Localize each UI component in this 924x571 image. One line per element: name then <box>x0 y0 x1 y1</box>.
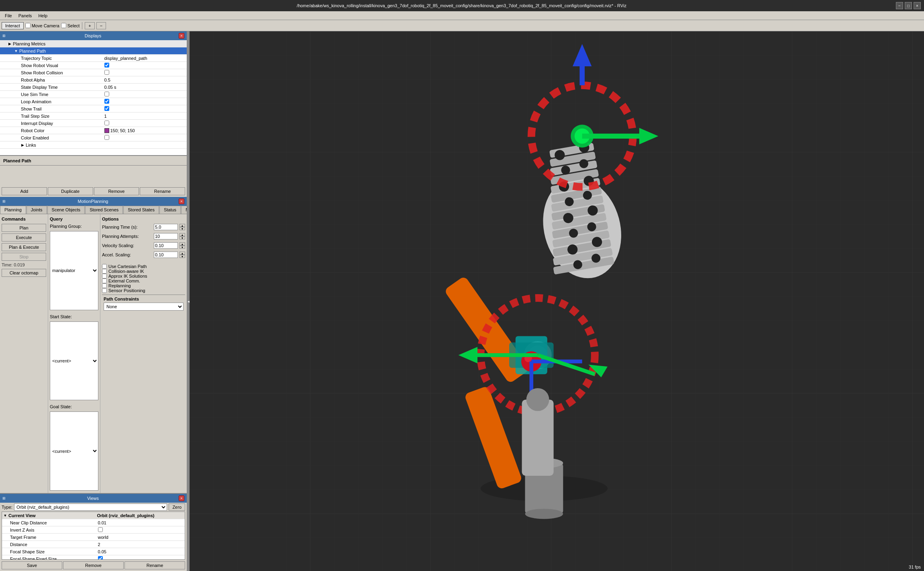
menu-help[interactable]: Help <box>35 12 51 19</box>
path-constraints-title: Path Constraints <box>104 297 184 301</box>
planning-attempts-down[interactable]: ▼ <box>179 236 185 239</box>
planning-time-up[interactable]: ▲ <box>179 224 185 227</box>
plan-execute-button[interactable]: Plan & Execute <box>2 243 46 251</box>
tab-stored-scenes[interactable]: Stored Scenes <box>85 206 123 214</box>
displays-section: ⊞ Displays × ▶ Planning Metrics ▼ Planne… <box>0 31 187 156</box>
menu-panels[interactable]: Panels <box>15 12 35 19</box>
views-rename-button[interactable]: Rename <box>124 561 185 569</box>
tab-status[interactable]: Status <box>159 206 181 214</box>
color-enabled-check[interactable] <box>104 135 109 140</box>
clear-octomap-button[interactable]: Clear octomap <box>2 269 46 277</box>
tab-joints[interactable]: Joints <box>27 206 47 214</box>
menu-file[interactable]: File <box>2 12 15 19</box>
remove-display-button[interactable]: Remove <box>94 187 139 195</box>
velocity-scaling-down[interactable]: ▼ <box>179 246 185 249</box>
rename-display-button[interactable]: Rename <box>140 187 185 195</box>
remove-tool-button[interactable]: − <box>96 22 106 29</box>
views-zero-button[interactable]: Zero <box>169 503 185 511</box>
planned-path-spacer <box>0 166 187 186</box>
accel-scaling-label: Accel. Scaling: <box>102 252 152 257</box>
velocity-scaling-up[interactable]: ▲ <box>179 242 185 246</box>
focal-shape-fixed-row: Focal Shape Fixed Size <box>2 555 185 560</box>
views-remove-button[interactable]: Remove <box>63 561 124 569</box>
views-type-select[interactable]: Orbit (rviz_default_plugins) <box>14 503 167 511</box>
loop-animation-check[interactable] <box>104 99 109 104</box>
velocity-scaling-spinners: ▲ ▼ <box>179 242 185 249</box>
use-cartesian-checkbox[interactable] <box>102 264 107 269</box>
svg-marker-44 <box>573 44 592 66</box>
planning-group-label: Planning Group: <box>50 224 82 229</box>
planning-attempts-input[interactable] <box>154 233 178 239</box>
close-button[interactable]: × <box>914 2 921 9</box>
goal-state-select[interactable]: <current> <box>50 411 98 491</box>
move-camera-label[interactable]: Move Camera <box>25 23 59 28</box>
commands-title: Commands <box>2 217 46 221</box>
show-robot-collision-check[interactable] <box>104 70 109 75</box>
start-state-select[interactable]: <current> <box>50 321 98 401</box>
approx-ik-checkbox[interactable] <box>102 274 107 278</box>
invert-z-check[interactable] <box>98 527 103 532</box>
views-close-button[interactable]: × <box>179 495 184 501</box>
restore-button[interactable]: □ <box>905 2 912 9</box>
tab-scene-objects[interactable]: Scene Objects <box>47 206 85 214</box>
svg-marker-58 <box>459 347 477 363</box>
accel-scaling-input[interactable] <box>154 252 178 258</box>
displays-header: ⊞ Displays × <box>0 31 187 40</box>
path-constraints-select[interactable]: None <box>104 303 184 311</box>
displays-close-button[interactable]: × <box>179 33 184 39</box>
select-checkbox[interactable] <box>61 23 66 28</box>
planned-path-row[interactable]: ▼ Planned Path <box>0 47 187 55</box>
minimize-button[interactable]: − <box>896 2 903 9</box>
fps-counter: 31 fps <box>909 565 921 569</box>
display-tree[interactable]: ▶ Planning Metrics ▼ Planned Path <box>0 40 187 155</box>
toolbar-separator <box>82 22 82 29</box>
tab-planning[interactable]: Planning <box>0 206 26 214</box>
tab-stored-states[interactable]: Stored States <box>123 206 159 214</box>
views-tree[interactable]: ▼ Current View Orbit (rviz_default_plugi… <box>2 512 185 560</box>
plan-button[interactable]: Plan <box>2 224 46 232</box>
planning-group-select[interactable]: manipulator <box>50 231 98 310</box>
motion-planning-title: MotionPlanning <box>78 199 108 204</box>
motion-planning-close-button[interactable]: × <box>179 199 184 204</box>
use-cartesian-label: Use Cartesian Path <box>108 264 147 269</box>
select-label[interactable]: Select <box>61 23 80 28</box>
replanning-checkbox[interactable] <box>102 283 107 288</box>
duplicate-display-button[interactable]: Duplicate <box>48 187 93 195</box>
use-sim-time-check[interactable] <box>104 92 109 96</box>
focal-shape-fixed-check[interactable] <box>98 556 103 560</box>
external-comm-checkbox[interactable] <box>102 278 107 283</box>
velocity-scaling-input[interactable] <box>154 242 178 249</box>
add-tool-button[interactable]: + <box>85 22 94 29</box>
show-robot-visual-check[interactable] <box>104 63 109 68</box>
options-column: Options Planning Time (s): ▲ ▼ Planning … <box>100 214 187 493</box>
stop-button[interactable]: Stop <box>2 253 46 261</box>
tab-manipulation[interactable]: Manipulation <box>181 206 187 214</box>
motion-planning-header: ⊞ MotionPlanning × <box>0 197 187 206</box>
viewport[interactable]: 31 fps <box>190 31 924 571</box>
planning-time-down[interactable]: ▼ <box>179 227 185 230</box>
show-trail-check[interactable] <box>104 106 109 111</box>
planning-attempts-spinners: ▲ ▼ <box>179 233 185 239</box>
planning-time-input[interactable] <box>154 224 178 230</box>
focal-shape-size-row: Focal Shape Size 0.05 <box>2 548 185 555</box>
accel-scaling-down[interactable]: ▼ <box>179 255 185 258</box>
views-save-button[interactable]: Save <box>2 561 62 569</box>
move-camera-checkbox[interactable] <box>25 23 31 28</box>
robot-color-swatch[interactable] <box>104 128 109 133</box>
collision-aware-checkbox[interactable] <box>102 269 107 274</box>
planning-attempts-up[interactable]: ▲ <box>179 233 185 236</box>
query-column: Query Planning Group: manipulator Start … <box>48 214 100 493</box>
external-comm-row: External Comm. <box>102 278 185 283</box>
goal-state-row: Goal State: <box>50 404 98 409</box>
execute-button[interactable]: Execute <box>2 233 46 241</box>
distance-row: Distance 2 <box>2 541 185 548</box>
checkboxes-group: Use Cartesian Path Collision-aware IK Ap… <box>102 264 185 293</box>
displays-icon: ⊞ <box>2 34 6 38</box>
near-clip-row: Near Clip Distance 0.01 <box>2 519 185 526</box>
interrupt-display-check[interactable] <box>104 121 109 125</box>
accel-scaling-up[interactable]: ▲ <box>179 252 185 255</box>
interact-button[interactable]: Interact <box>2 22 24 29</box>
add-display-button[interactable]: Add <box>2 187 47 195</box>
collision-aware-label: Collision-aware IK <box>108 269 144 274</box>
sensor-positioning-checkbox[interactable] <box>102 288 107 293</box>
